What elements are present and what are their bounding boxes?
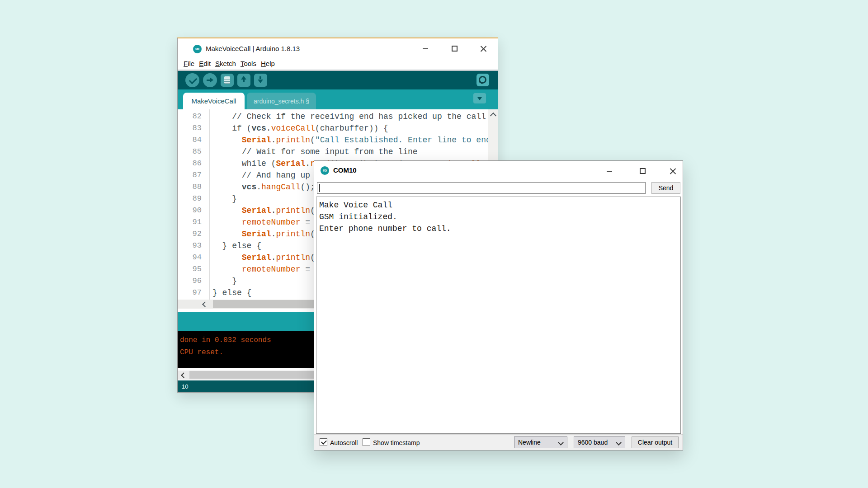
maximize-button[interactable] [636, 166, 649, 176]
tab-arduino-secrets[interactable]: arduino_secrets.h § [247, 93, 316, 109]
timestamp-label: Show timestamp [373, 439, 420, 446]
menu-item-help[interactable]: Help [261, 60, 275, 67]
verify-icon[interactable] [185, 73, 199, 87]
code-token: vcs [251, 124, 266, 133]
line-number: 83 [178, 122, 209, 134]
autoscroll-label: Autoscroll [330, 439, 358, 446]
menu-item-edit[interactable]: Edit [199, 60, 211, 67]
baud-rate-select[interactable]: 9600 baud [574, 436, 625, 448]
line-ending-value: Newline [518, 439, 541, 446]
menu-item-sketch[interactable]: Sketch [215, 60, 236, 67]
timestamp-checkbox[interactable] [363, 438, 370, 446]
code-token: println [276, 253, 310, 262]
code-token: Serial [276, 159, 305, 168]
line-ending-select[interactable]: Newline [514, 436, 567, 448]
close-button[interactable] [476, 44, 490, 54]
arduino-titlebar[interactable]: MakeVoiceCall | Arduino 1.8.13 [178, 38, 498, 60]
open-icon[interactable] [237, 74, 250, 87]
code-token: = [300, 218, 315, 227]
upload-icon[interactable] [203, 73, 217, 87]
code-token: while ( [212, 159, 276, 168]
minimize-button[interactable] [603, 166, 616, 176]
cursor-line-indicator: 10 [182, 383, 188, 390]
tab-bar: MakeVoiceCall arduino_secrets.h § [178, 89, 498, 109]
minimize-button[interactable] [419, 44, 432, 54]
line-number: 93 [178, 240, 209, 252]
serial-monitor-window: COM10 Send Make Voice Call GSM initializ… [314, 160, 683, 450]
code-token: println [276, 206, 310, 215]
line-number: 85 [178, 146, 209, 158]
line-number: 91 [178, 216, 209, 228]
code-token: Serial [242, 253, 271, 262]
scroll-up-icon[interactable] [488, 109, 498, 120]
code-token: . [305, 159, 310, 168]
code-token: . [271, 136, 276, 145]
code-token [212, 253, 242, 262]
code-token [212, 218, 242, 227]
serial-titlebar[interactable]: COM10 [314, 161, 683, 181]
scroll-left-icon[interactable] [198, 300, 210, 309]
tab-label: arduino_secrets.h § [254, 98, 309, 105]
autoscroll-checkbox[interactable] [320, 438, 327, 446]
line-number: 86 [178, 158, 209, 169]
line-number: 97 [178, 287, 209, 299]
new-icon[interactable] [221, 74, 234, 87]
code-token [212, 230, 242, 239]
menu-item-file[interactable]: File [184, 60, 194, 67]
code-token [212, 183, 242, 192]
send-button[interactable]: Send [651, 182, 680, 194]
save-icon[interactable] [254, 74, 267, 87]
code-token: . [256, 183, 261, 192]
code-token: Serial [242, 206, 271, 215]
code-token: (charbuffer)) { [315, 124, 388, 133]
code-line: // Wait for some input from the line [212, 146, 498, 158]
code-token: if ( [212, 124, 251, 133]
code-token: = [300, 265, 315, 274]
code-token: // Check if the receiving end has picked… [212, 112, 486, 121]
serial-monitor-icon[interactable] [476, 74, 489, 86]
code-token: println [276, 136, 310, 145]
text-caret [319, 184, 320, 192]
code-token: (); [300, 183, 315, 192]
code-token: . [271, 206, 276, 215]
arduino-app-icon [321, 166, 329, 175]
code-token: hangCall [261, 183, 300, 192]
line-number: 92 [178, 228, 209, 240]
code-token: "Call Established. Enter line to end" [315, 136, 496, 145]
toolbar [178, 71, 498, 89]
line-number: 84 [178, 134, 209, 146]
code-token: } [212, 277, 237, 286]
code-token: Serial [242, 136, 271, 145]
line-number: 82 [178, 111, 209, 122]
menu-item-tools[interactable]: Tools [241, 60, 256, 67]
code-token: remoteNumber [242, 265, 301, 274]
close-button[interactable] [666, 166, 679, 176]
serial-send-input[interactable] [317, 182, 646, 194]
line-number: 88 [178, 181, 209, 193]
code-token: } else { [212, 288, 251, 297]
line-number: 96 [178, 275, 209, 287]
serial-output-area[interactable]: Make Voice Call GSM initialized. Enter p… [316, 197, 681, 434]
serial-output-text: Make Voice Call GSM initialized. Enter p… [319, 199, 678, 235]
serial-monitor-controls: Autoscroll Show timestamp Newline 9600 b… [314, 434, 683, 450]
line-number: 89 [178, 193, 209, 205]
console-scroll-left-icon[interactable] [178, 371, 189, 380]
line-number: 87 [178, 169, 209, 181]
code-token: . [271, 253, 276, 262]
arduino-app-icon [193, 45, 202, 53]
tab-menu-dropdown-icon[interactable] [473, 93, 486, 103]
code-token: } else { [212, 241, 261, 250]
code-token [212, 265, 242, 274]
maximize-button[interactable] [448, 44, 461, 54]
code-token: // Wait for some input from the line [212, 147, 418, 156]
desktop: MakeVoiceCall | Arduino 1.8.13 FileEditS… [0, 0, 868, 488]
code-token: Serial [242, 230, 271, 239]
line-number: 90 [178, 205, 209, 216]
code-token: vcs [242, 183, 256, 192]
tab-makevoicecall[interactable]: MakeVoiceCall [183, 93, 245, 109]
code-token: voiceCall [271, 124, 315, 133]
clear-output-button[interactable]: Clear output [632, 436, 679, 448]
code-token [212, 136, 242, 145]
code-token [212, 206, 242, 215]
baud-rate-value: 9600 baud [578, 439, 608, 446]
